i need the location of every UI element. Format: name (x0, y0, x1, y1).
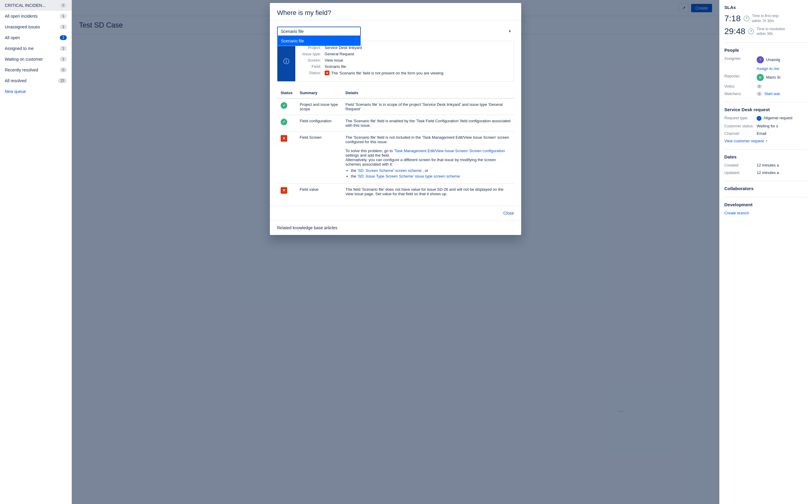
updated-value: 12 minutes a (757, 170, 779, 175)
bullet-text-before-2: the (351, 174, 358, 178)
row2-summary: Field configuration (296, 115, 342, 132)
sidebar-badge-all-resolved: 23 (58, 78, 67, 83)
sidebar-item-label: All open incidents (5, 14, 38, 19)
bullet-text-after-1: , or (423, 168, 428, 173)
info-row-issue-type: Issue type: General Request (301, 52, 508, 56)
status-value: ✕ The 'Scenario file' field is not prese… (325, 71, 443, 75)
dates-title: Dates (724, 154, 807, 159)
channel-row: Channel: Email (724, 131, 807, 136)
row3-details-part1: The 'Scenario file' field is not include… (346, 135, 509, 144)
sidebar-item-all-open[interactable]: All open 2 (0, 32, 71, 43)
votes-row: Votes: 0 (724, 84, 807, 88)
issue-type-screen-scheme-link[interactable]: 'SD: Issue Type Screen Scheme' issue typ… (357, 174, 460, 178)
related-section: Related knowledge base articles (270, 220, 521, 235)
row2-details: The 'Scenario file' field is enabled by … (342, 115, 514, 132)
app-layout: CRITICAL INCIDEN... 0 All open incidents… (0, 0, 812, 504)
row3-details-part3: settings and add the field. (346, 153, 390, 158)
screen-value: View issue (325, 58, 343, 62)
sidebar-item-waiting-on-customer[interactable]: Waiting on customer 1 (0, 54, 71, 65)
start-watching-link[interactable]: Start wat (764, 91, 780, 96)
dropdown-option-scenario[interactable]: Scenario file (277, 36, 361, 46)
modal-header: Where is my field? (270, 3, 521, 21)
updated-row: Updated: 12 minutes a (724, 170, 807, 175)
assign-to-me-link[interactable]: Assign to me (757, 66, 779, 71)
request-type-row: Request type: i Allgemei request (724, 116, 807, 121)
main-content: ↗ Create Test SD Case Where is my field?… (72, 0, 719, 504)
status-label: Status: (301, 71, 325, 75)
screen-config-link[interactable]: 'Task Management Edit/View Issue Screen'… (394, 149, 505, 153)
sidebar-item-label: Recently resolved (5, 68, 38, 72)
row3-summary: Field Screen (296, 132, 342, 184)
list-item: the 'SD: Screen Scheme' screen scheme , … (351, 168, 510, 173)
sla1-desc: Time to first resp within 7h 30m (752, 13, 779, 24)
assignee-label: Assignee: (724, 56, 754, 63)
divider-collab (724, 197, 807, 197)
avatar-assignee: ? (757, 56, 764, 63)
sidebar-badge-waiting: 1 (60, 57, 67, 62)
sidebar-item-label: CRITICAL INCIDEN... (5, 3, 45, 8)
votes-count: 0 (757, 84, 762, 88)
project-value: Service Desk linkyard (325, 45, 362, 50)
sla2-time: 29:48 (724, 27, 745, 36)
view-customer-request-link[interactable]: View customer request ↗ (724, 139, 807, 143)
reporter-label: Reporter: (724, 74, 754, 81)
votes-label: Votes: (724, 84, 754, 88)
sla2-desc-line1: Time to resolution (757, 27, 785, 32)
sidebar-item-label: All open (5, 35, 20, 40)
sidebar-item-label: Unassigned issues (5, 25, 40, 29)
updated-label: Updated: (724, 170, 754, 175)
request-type-icon: i (757, 116, 761, 121)
info-row-field: Field: Scenario file (301, 64, 508, 69)
row3-details-part2: To solve this problem, go to (346, 149, 394, 153)
status-fail-icon: ✕ (281, 187, 287, 194)
issue-type-label: Issue type: (301, 52, 325, 56)
assignee-value: ? Unassig (757, 56, 780, 63)
sidebar-item-label: Waiting on customer (5, 57, 43, 62)
clock-icon-2: 🕐 (748, 28, 754, 35)
sidebar-item-all-open-incidents[interactable]: All open incidents 1 (0, 11, 71, 22)
status-ok-icon: ✓ (281, 102, 287, 109)
dates-section: Dates Created: 12 minutes a Updated: 12 … (724, 154, 807, 175)
status-ok-icon: ✓ (281, 119, 287, 125)
modal-footer: Close (270, 206, 521, 220)
sidebar-item-unassigned-issues[interactable]: Unassigned issues 1 (0, 22, 71, 32)
watchers-count: 0 (757, 92, 762, 96)
info-row-status: Status: ✕ The 'Scenario file' field is n… (301, 71, 508, 75)
sla1-desc-line1: Time to first resp (752, 13, 779, 19)
table-row: ✓ Project and issue type scope Field 'Sc… (277, 98, 514, 115)
sidebar-item-assigned-to-me[interactable]: Assigned to me 1 (0, 43, 71, 54)
sidebar-item-all-resolved[interactable]: All resolved 23 (0, 75, 71, 86)
row3-status: ✕ (277, 132, 296, 184)
sidebar-badge-open-incidents: 1 (60, 14, 67, 19)
row1-summary: Project and issue type scope (296, 98, 342, 115)
service-desk-section: Service Desk request Request type: i All… (724, 107, 807, 143)
row4-status: ✕ (277, 184, 296, 200)
sidebar-item-recently-resolved[interactable]: Recently resolved 0 (0, 65, 71, 75)
status-fail-icon: ✕ (281, 135, 287, 142)
created-label: Created: (724, 163, 754, 167)
people-title: People (724, 48, 807, 53)
modal-overlay[interactable]: Where is my field? Scenario file ▼ Scena… (72, 0, 719, 504)
create-branch-link[interactable]: Create branch (724, 211, 749, 215)
close-button[interactable]: Close (503, 211, 514, 216)
sidebar-item-label: All resolved (5, 78, 26, 83)
right-panel: SLAs 7:18 🕐 Time to first resp within 7h… (719, 0, 812, 504)
request-type-value: i Allgemei request (757, 116, 793, 121)
sla1-desc-line2: within 7h 30m (752, 19, 779, 24)
col-details: Details (342, 88, 514, 98)
divider-people (724, 102, 807, 102)
customer-status-label: Customer status: (724, 124, 754, 128)
info-box-content: Project: Service Desk linkyard Issue typ… (295, 41, 514, 81)
sidebar-item-critical[interactable]: CRITICAL INCIDEN... 0 (0, 0, 71, 11)
info-row-project: Project: Service Desk linkyard (301, 45, 508, 50)
col-status: Status (277, 88, 296, 98)
avatar-reporter: M (757, 74, 764, 81)
screen-scheme-link[interactable]: 'SD: Screen Scheme' screen scheme (357, 168, 422, 173)
dropdown-option-list: Scenario file (277, 36, 361, 46)
collaborators-section: Collaborators (724, 186, 807, 191)
screen-label: Screen: (301, 58, 325, 62)
sidebar-item-new-queue[interactable]: New queue (0, 86, 71, 97)
watchers-label: Watchers: (724, 91, 754, 96)
field-dropdown[interactable]: Scenario file (277, 27, 361, 36)
related-title: Related knowledge base articles (277, 225, 514, 230)
